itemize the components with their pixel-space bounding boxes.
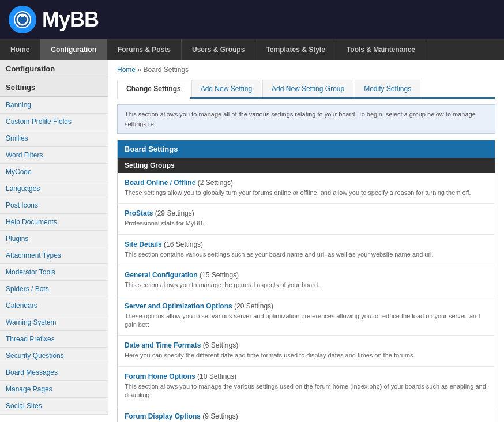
nav-tools-maintenance[interactable]: Tools & Maintenance: [336, 39, 426, 60]
info-box: This section allows you to manage all of…: [117, 104, 495, 134]
setting-link-server-optimization[interactable]: Server and Optimization Options: [125, 302, 232, 310]
sidebar-item-moderator-tools[interactable]: Moderator Tools: [0, 264, 108, 281]
sidebar-item-word-filters[interactable]: Word Filters: [0, 147, 108, 164]
setting-link-forum-home-options[interactable]: Forum Home Options: [125, 372, 195, 380]
setting-link-date-time-formats[interactable]: Date and Time Formats: [125, 341, 201, 349]
sidebar-item-plugins[interactable]: Plugins: [0, 231, 108, 247]
sidebar-item-spiders-bots[interactable]: Spiders / Bots: [0, 281, 108, 297]
settings-table: Board Settings Setting Groups Board Onli…: [117, 140, 495, 422]
sidebar-item-custom-profile-fields[interactable]: Custom Profile Fields: [0, 114, 108, 130]
setting-count-site-details: (16 Settings): [164, 240, 203, 248]
nav-templates-style[interactable]: Templates & Style: [255, 39, 336, 60]
setting-count-date-time-formats: (6 Settings): [203, 341, 238, 349]
sidebar: Configuration Settings Banning Custom Pr…: [0, 60, 108, 415]
setting-row-board-online-offline: Board Online / Offline (2 Settings) Thes…: [118, 173, 495, 204]
setting-row-forum-display-options: Forum Display Options (9 Settings) This …: [118, 406, 495, 422]
tab-modify-settings[interactable]: Modify Settings: [355, 80, 420, 97]
sidebar-item-help-documents[interactable]: Help Documents: [0, 214, 108, 231]
sidebar-item-attachment-types[interactable]: Attachment Types: [0, 247, 108, 264]
setting-count-board-online-offline: (2 Settings): [198, 179, 233, 187]
setting-row-forum-home-options: Forum Home Options (10 Settings) This se…: [118, 366, 495, 406]
logo-icon: [9, 6, 36, 33]
setting-desc-forum-home-options: This section allows you to manage the va…: [125, 382, 488, 400]
sidebar-item-post-icons[interactable]: Post Icons: [0, 197, 108, 214]
breadcrumb-separator-char: »: [137, 66, 141, 74]
setting-count-general-configuration: (15 Settings): [200, 271, 239, 279]
settings-panel-title: Board Settings: [118, 140, 495, 159]
setting-count-prostats: (29 Settings): [155, 209, 194, 217]
logo-text: MyBB: [42, 7, 99, 32]
tab-add-new-setting-group[interactable]: Add New Setting Group: [262, 80, 353, 97]
nav-configuration[interactable]: Configuration: [40, 39, 107, 60]
setting-row-server-optimization: Server and Optimization Options (20 Sett…: [118, 296, 495, 336]
content-area: Home » Board Settings Change Settings Ad…: [108, 60, 504, 422]
nav-home[interactable]: Home: [0, 39, 40, 60]
breadcrumb-home[interactable]: Home: [117, 66, 136, 74]
sidebar-section-settings: Settings: [0, 78, 108, 97]
sidebar-item-social-sites[interactable]: Social Sites: [0, 398, 108, 415]
tab-bar: Change Settings Add New Setting Add New …: [117, 80, 495, 99]
setting-row-date-time-formats: Date and Time Formats (6 Settings) Here …: [118, 336, 495, 366]
setting-desc-board-online-offline: These settings allow you to globally tur…: [125, 189, 488, 197]
sidebar-item-banning[interactable]: Banning: [0, 97, 108, 114]
setting-link-prostats[interactable]: ProStats: [125, 209, 153, 217]
setting-row-site-details: Site Details (16 Settings) This section …: [118, 234, 495, 265]
sidebar-wrapper: Configuration Settings Banning Custom Pr…: [0, 60, 108, 422]
sidebar-item-security-questions[interactable]: Security Questions: [0, 348, 108, 364]
setting-row-prostats: ProStats (29 Settings) Professional stat…: [118, 204, 495, 234]
breadcrumb-current: Board Settings: [143, 66, 189, 74]
sidebar-item-board-messages[interactable]: Board Messages: [0, 364, 108, 381]
nav-forums-posts[interactable]: Forums & Posts: [107, 39, 182, 60]
sidebar-item-manage-pages[interactable]: Manage Pages: [0, 381, 108, 398]
main-layout: Configuration Settings Banning Custom Pr…: [0, 60, 504, 422]
nav-users-groups[interactable]: Users & Groups: [182, 39, 255, 60]
sidebar-item-mycode[interactable]: MyCode: [0, 164, 108, 180]
sidebar-item-warning-system[interactable]: Warning System: [0, 314, 108, 331]
setting-link-forum-display-options[interactable]: Forum Display Options: [125, 412, 201, 420]
setting-link-site-details[interactable]: Site Details: [125, 240, 162, 248]
svg-point-2: [21, 14, 24, 17]
setting-desc-date-time-formats: Here you can specify the different date …: [125, 351, 488, 360]
sidebar-item-thread-prefixes[interactable]: Thread Prefixes: [0, 331, 108, 348]
sidebar-item-languages[interactable]: Languages: [0, 180, 108, 197]
sidebar-section-configuration: Configuration: [0, 60, 108, 78]
sidebar-item-smilies[interactable]: Smilies: [0, 130, 108, 147]
setting-link-general-configuration[interactable]: General Configuration: [125, 271, 198, 279]
setting-desc-server-optimization: These options allow you to set various s…: [125, 312, 488, 330]
setting-link-board-online-offline[interactable]: Board Online / Offline: [125, 179, 195, 187]
setting-count-forum-home-options: (10 Settings): [197, 372, 236, 380]
sidebar-item-calendars[interactable]: Calendars: [0, 297, 108, 314]
setting-count-forum-display-options: (9 Settings): [202, 412, 238, 420]
setting-count-server-optimization: (20 Settings): [234, 302, 273, 310]
tab-change-settings[interactable]: Change Settings: [117, 80, 190, 99]
setting-desc-site-details: This section contains various settings s…: [125, 250, 488, 259]
header: MyBB: [0, 0, 504, 39]
main-nav: Home Configuration Forums & Posts Users …: [0, 39, 504, 60]
settings-subheader: Setting Groups: [118, 158, 495, 173]
setting-desc-prostats: Professional stats for MyBB.: [125, 219, 488, 228]
breadcrumb: Home » Board Settings: [117, 66, 495, 74]
logo-area: MyBB: [9, 6, 99, 33]
tab-add-new-setting[interactable]: Add New Setting: [191, 80, 261, 97]
setting-desc-general-configuration: This section allows you to manage the ge…: [125, 281, 488, 289]
setting-row-general-configuration: General Configuration (15 Settings) This…: [118, 265, 495, 296]
